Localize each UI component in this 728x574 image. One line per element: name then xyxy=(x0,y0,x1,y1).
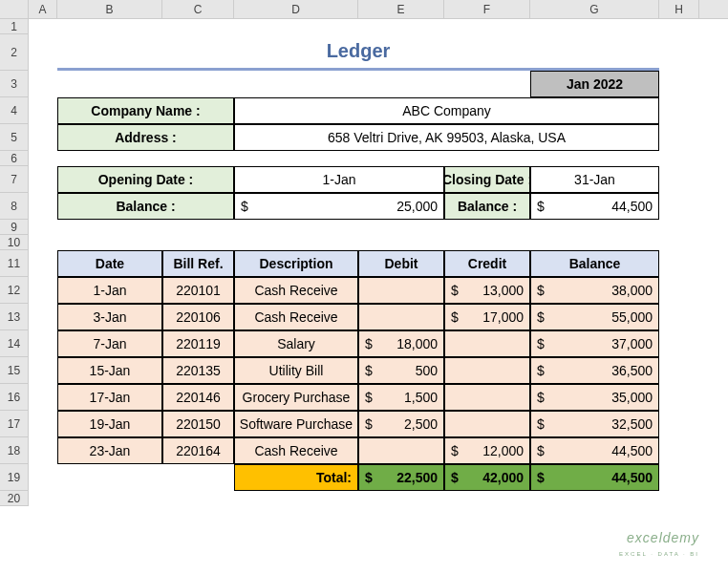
cell-credit[interactable] xyxy=(444,384,530,411)
row-header-4[interactable]: 4 xyxy=(0,97,28,124)
row-header-9[interactable]: 9 xyxy=(0,220,28,235)
cell-desc[interactable]: Cash Receive xyxy=(234,437,358,464)
th-credit: Credit xyxy=(444,250,530,277)
th-balance: Balance xyxy=(530,250,659,277)
cell-credit[interactable]: $13,000 xyxy=(444,277,530,304)
total-balance[interactable]: $44,500 xyxy=(530,464,659,491)
closing-date[interactable]: 31-Jan xyxy=(530,166,659,193)
cell-desc[interactable]: Grocery Purchase xyxy=(234,384,358,411)
address-label: Address : xyxy=(57,124,234,151)
cell-ref[interactable]: 220135 xyxy=(162,357,234,384)
cell-desc[interactable]: Utility Bill xyxy=(234,357,358,384)
cell-ref[interactable]: 220101 xyxy=(162,277,234,304)
col-header-G[interactable]: G xyxy=(530,0,659,18)
cell-credit[interactable] xyxy=(444,357,530,384)
opening-balance[interactable]: $25,000 xyxy=(234,193,444,220)
row-header-20[interactable]: 20 xyxy=(0,491,28,506)
cell-credit[interactable]: $17,000 xyxy=(444,304,530,330)
col-header-F[interactable]: F xyxy=(444,0,530,18)
cell-ref[interactable]: 220106 xyxy=(162,304,234,330)
cell-ref[interactable]: 220164 xyxy=(162,437,234,464)
opening-date-label: Opening Date : xyxy=(57,166,234,193)
cell-balance[interactable]: $36,500 xyxy=(530,357,659,384)
row-header-3[interactable]: 3 xyxy=(0,71,28,97)
row-header-14[interactable]: 14 xyxy=(0,330,28,357)
cell-desc[interactable]: Cash Receive xyxy=(234,277,358,304)
row-header-12[interactable]: 12 xyxy=(0,277,28,304)
cell-debit[interactable]: $18,000 xyxy=(358,330,444,357)
cell-ref[interactable]: 220150 xyxy=(162,411,234,437)
col-header-E[interactable]: E xyxy=(358,0,444,18)
cell-ref[interactable]: 220119 xyxy=(162,330,234,357)
row-header-16[interactable]: 16 xyxy=(0,384,28,411)
cell-balance[interactable]: $35,000 xyxy=(530,384,659,411)
cell-date[interactable]: 19-Jan xyxy=(57,411,162,437)
col-header-D[interactable]: D xyxy=(234,0,358,18)
column-headers: ABCDEFGH xyxy=(0,0,728,19)
cell-debit[interactable]: $2,500 xyxy=(358,411,444,437)
row-header-1[interactable]: 1 xyxy=(0,19,28,34)
opening-date[interactable]: 1-Jan xyxy=(234,166,444,193)
th-date: Date xyxy=(57,250,162,277)
cell-credit[interactable] xyxy=(444,411,530,437)
cell-balance[interactable]: $32,500 xyxy=(530,411,659,437)
total-label: Total: xyxy=(234,464,358,491)
row-header-7[interactable]: 7 xyxy=(0,166,28,193)
month-badge[interactable]: Jan 2022 xyxy=(530,71,659,97)
cell-date[interactable]: 1-Jan xyxy=(57,277,162,304)
col-header-B[interactable]: B xyxy=(57,0,162,18)
cell-credit[interactable]: $12,000 xyxy=(444,437,530,464)
row-header-8[interactable]: 8 xyxy=(0,193,28,220)
cell-balance[interactable]: $44,500 xyxy=(530,437,659,464)
closing-date-label: Closing Date : xyxy=(444,166,530,193)
closing-balance[interactable]: $44,500 xyxy=(530,193,659,220)
cell-balance[interactable]: $55,000 xyxy=(530,304,659,330)
cell-ref[interactable]: 220146 xyxy=(162,384,234,411)
spreadsheet-grid: LedgerJan 2022Company Name :ABC CompanyA… xyxy=(29,19,728,506)
row-headers: 1234567891011121314151617181920 xyxy=(0,19,29,506)
watermark-sub: EXCEL · DATA · BI xyxy=(619,551,699,557)
total-credit[interactable]: $42,000 xyxy=(444,464,530,491)
cell-desc[interactable]: Salary xyxy=(234,330,358,357)
cell-date[interactable]: 7-Jan xyxy=(57,330,162,357)
th-description: Description xyxy=(234,250,358,277)
cell-date[interactable]: 15-Jan xyxy=(57,357,162,384)
total-debit[interactable]: $22,500 xyxy=(358,464,444,491)
row-header-2[interactable]: 2 xyxy=(0,34,28,71)
col-header-C[interactable]: C xyxy=(162,0,234,18)
closing-balance-label: Balance : xyxy=(444,193,530,220)
cell-debit[interactable]: $1,500 xyxy=(358,384,444,411)
company-name-label: Company Name : xyxy=(57,97,234,124)
col-header-H[interactable]: H xyxy=(659,0,699,18)
watermark: exceldemy xyxy=(627,530,699,545)
row-header-17[interactable]: 17 xyxy=(0,411,28,437)
cell-balance[interactable]: $37,000 xyxy=(530,330,659,357)
cell-debit[interactable] xyxy=(358,437,444,464)
th-billref: Bill Ref. xyxy=(162,250,234,277)
cell-date[interactable]: 23-Jan xyxy=(57,437,162,464)
cell-date[interactable]: 3-Jan xyxy=(57,304,162,330)
opening-balance-label: Balance : xyxy=(57,193,234,220)
cell-debit[interactable]: $500 xyxy=(358,357,444,384)
th-debit: Debit xyxy=(358,250,444,277)
address[interactable]: 658 Veltri Drive, AK 99503, Alaska, USA xyxy=(234,124,659,151)
cell-debit[interactable] xyxy=(358,277,444,304)
row-header-19[interactable]: 19 xyxy=(0,464,28,491)
ledger-title: Ledger xyxy=(57,34,659,71)
row-header-10[interactable]: 10 xyxy=(0,235,28,250)
row-header-13[interactable]: 13 xyxy=(0,304,28,330)
cell-date[interactable]: 17-Jan xyxy=(57,384,162,411)
row-header-11[interactable]: 11 xyxy=(0,250,28,277)
cell-balance[interactable]: $38,000 xyxy=(530,277,659,304)
row-header-18[interactable]: 18 xyxy=(0,437,28,464)
col-header-A[interactable]: A xyxy=(29,0,57,18)
cell-desc[interactable]: Cash Receive xyxy=(234,304,358,330)
row-header-5[interactable]: 5 xyxy=(0,124,28,151)
cell-credit[interactable] xyxy=(444,330,530,357)
company-name[interactable]: ABC Company xyxy=(234,97,659,124)
row-header-15[interactable]: 15 xyxy=(0,357,28,384)
cell-debit[interactable] xyxy=(358,304,444,330)
row-header-6[interactable]: 6 xyxy=(0,151,28,166)
cell-desc[interactable]: Software Purchase xyxy=(234,411,358,437)
